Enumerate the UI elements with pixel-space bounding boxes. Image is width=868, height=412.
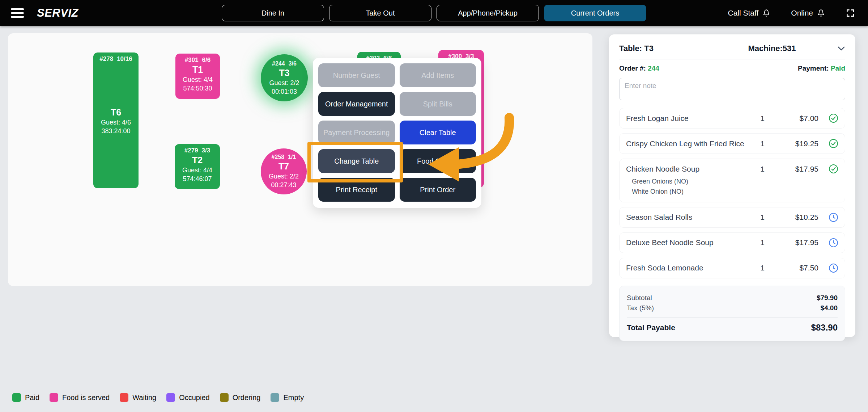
- panel-table-label: Table: T3: [619, 44, 713, 53]
- payment-status: Payment: Paid: [798, 64, 845, 72]
- legend-item-occupied: Occupied: [166, 393, 210, 402]
- order-item-row[interactable]: Chicken Noodle Soup 1 $17.95 Green Onion…: [619, 159, 845, 202]
- online-status-button[interactable]: Online: [789, 8, 827, 18]
- item-modifiers: Green Onions (NO) White Onion (NO): [626, 177, 838, 197]
- empty-swatch: [271, 393, 279, 402]
- tab-dine-in[interactable]: Dine In: [222, 5, 324, 21]
- order-item-row[interactable]: Deluxe Beef Noodle Soup 1 $17.95: [619, 232, 845, 253]
- tab-take-out[interactable]: Take Out: [329, 5, 431, 21]
- chevron-down-icon: [837, 46, 845, 51]
- fullscreen-button[interactable]: [843, 8, 857, 18]
- app-logo: SERVIZ: [37, 7, 78, 20]
- popup-button-order-management[interactable]: Order Management: [318, 92, 395, 116]
- pending-clock-icon: [829, 238, 838, 248]
- order-detail-panel: Table: T3 Machine:531 Order #: 244 Payme…: [609, 34, 855, 337]
- popup-button-food-served[interactable]: Food Served: [400, 149, 476, 173]
- popup-button-clear-table[interactable]: Clear Table: [400, 121, 476, 144]
- total-value: $83.90: [811, 323, 838, 333]
- ordering-swatch: [220, 393, 229, 402]
- order-item-row[interactable]: Fresh Soda Lemonade 1 $7.50: [619, 258, 845, 278]
- collapse-panel-button[interactable]: [831, 46, 845, 51]
- order-item-row[interactable]: Season Salad Rolls 1 $10.25: [619, 207, 845, 228]
- popup-button-payment-processing[interactable]: Payment Processing: [318, 121, 395, 144]
- call-staff-button[interactable]: Call Staff: [726, 8, 773, 18]
- tab-current-orders[interactable]: Current Orders: [544, 5, 646, 21]
- occupied-swatch: [166, 393, 175, 402]
- order-number: Order #: 244: [619, 64, 659, 72]
- order-item-row[interactable]: Crispy Chicken Leg with Fried Rice 1 $19…: [619, 133, 845, 154]
- popup-button-number-guest[interactable]: Number Guest: [318, 63, 395, 87]
- tax-label: Tax (5%): [627, 304, 654, 312]
- table-card-t3-selected[interactable]: #2443/6 T3 Guest: 2/2 00:01:03: [261, 54, 308, 101]
- popup-button-print-order[interactable]: Print Order: [400, 178, 476, 202]
- popup-button-split-bills[interactable]: Split Bills: [400, 92, 476, 116]
- call-staff-label: Call Staff: [728, 9, 758, 17]
- divider: [627, 317, 838, 318]
- legend-item-food-served: Food is served: [50, 393, 110, 402]
- divider: [619, 59, 845, 59]
- paid-swatch: [12, 393, 21, 402]
- legend-item-ordering: Ordering: [220, 393, 261, 402]
- served-check-icon: [829, 164, 838, 174]
- totals-box: Subtotal$79.90 Tax (5%)$4.00 Total Payab…: [619, 286, 845, 341]
- table-card-t6[interactable]: #27810/16 T6 Guest: 4/6 383:24:00: [93, 52, 139, 188]
- bell-icon: [817, 9, 825, 17]
- status-legend: Paid Food is served Waiting Occupied Ord…: [12, 393, 304, 402]
- subtotal-label: Subtotal: [627, 294, 652, 302]
- legend-item-empty: Empty: [271, 393, 304, 402]
- pending-clock-icon: [829, 213, 838, 222]
- order-item-row[interactable]: Fresh Logan Juice 1 $7.00: [619, 108, 845, 129]
- fullscreen-icon: [846, 8, 855, 18]
- tax-value: $4.00: [820, 304, 838, 312]
- table-actions-popup: Number Guest Add Items Order Management …: [313, 58, 481, 208]
- total-label: Total Payable: [627, 323, 675, 332]
- legend-item-paid: Paid: [12, 393, 39, 402]
- order-items-list: Fresh Logan Juice 1 $7.00 Crispy Chicken…: [619, 108, 845, 278]
- tab-app-phone-pickup[interactable]: App/Phone/Pickup: [437, 5, 539, 21]
- menu-icon[interactable]: [11, 7, 25, 19]
- table-card-t7[interactable]: #2581/1 T7 Guest: 2/2 00:27:43: [261, 148, 307, 194]
- popup-button-add-items[interactable]: Add Items: [400, 63, 476, 87]
- food-served-swatch: [50, 393, 58, 402]
- pending-clock-icon: [829, 263, 838, 273]
- annotation-highlight-box: [307, 142, 403, 182]
- order-mode-tabs: Dine In Take Out App/Phone/Pickup Curren…: [222, 5, 646, 21]
- bell-icon: [762, 9, 771, 17]
- legend-item-waiting: Waiting: [120, 393, 156, 402]
- table-card-t2[interactable]: #2793/3 T2 Guest: 4/4 574:46:07: [175, 144, 220, 189]
- table-card-t1[interactable]: #3016/6 T1 Guest: 4/4 574:50:30: [175, 54, 220, 99]
- subtotal-value: $79.90: [817, 294, 838, 302]
- panel-machine-label: Machine:531: [713, 44, 831, 53]
- online-label: Online: [791, 9, 813, 17]
- top-bar: SERVIZ Dine In Take Out App/Phone/Pickup…: [0, 0, 868, 26]
- served-check-icon: [829, 139, 838, 148]
- served-check-icon: [829, 113, 838, 123]
- waiting-swatch: [120, 393, 128, 402]
- note-input[interactable]: [619, 78, 845, 100]
